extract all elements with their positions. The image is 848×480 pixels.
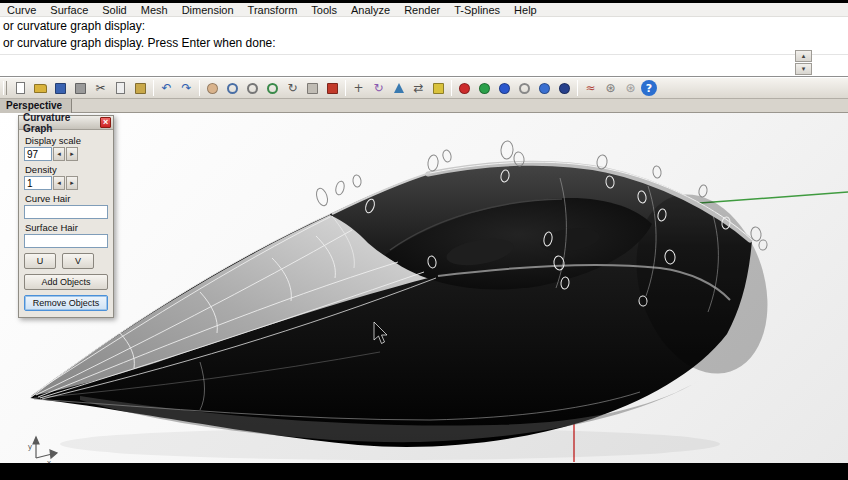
density-increment-icon[interactable]: ▸ <box>66 176 78 190</box>
toolbar-separator <box>577 80 578 96</box>
dialog-title: Curvature Graph <box>23 112 100 134</box>
command-scrollbar: ▴ ▾ <box>795 50 812 76</box>
viewport-title-strip: Perspective <box>0 99 848 113</box>
scroll-down-icon[interactable]: ▾ <box>795 63 812 75</box>
menu-bar: CurveSurfaceSolidMeshDimensionTransformT… <box>0 3 848 17</box>
curvature-graph-dialog: Curvature Graph × Display scale ◂ ▸ Dens… <box>18 115 114 318</box>
toolbar-grip[interactable] <box>3 81 7 95</box>
render-red-sphere-icon[interactable] <box>455 79 474 97</box>
named-views-icon[interactable] <box>303 79 322 97</box>
menu-item-curve[interactable]: Curve <box>0 3 43 17</box>
torus-icon[interactable] <box>515 79 534 97</box>
remove-objects-button[interactable]: Remove Objects <box>24 295 108 311</box>
globe-icon[interactable] <box>535 79 554 97</box>
close-icon[interactable]: × <box>100 117 111 128</box>
rotate-icon[interactable]: ↻ <box>369 79 388 97</box>
command-area[interactable]: or curvature graph display: or curvature… <box>0 17 848 77</box>
menu-item-solid[interactable]: Solid <box>95 3 133 17</box>
density-decrement-icon[interactable]: ◂ <box>53 176 65 190</box>
render-blue-sphere-icon[interactable] <box>495 79 514 97</box>
command-separator <box>0 54 848 55</box>
options-gear-icon[interactable]: ⊛ <box>601 79 620 97</box>
display-scale-input[interactable] <box>24 147 52 161</box>
dialog-titlebar[interactable]: Curvature Graph × <box>19 116 113 130</box>
mirror-icon[interactable]: ⇄ <box>409 79 428 97</box>
rotate-view-icon[interactable]: ↻ <box>283 79 302 97</box>
pan-view-icon[interactable] <box>203 79 222 97</box>
scroll-up-icon[interactable]: ▴ <box>795 50 812 62</box>
surface-hair-label: Surface Hair <box>25 222 108 233</box>
paste-icon[interactable] <box>131 79 150 97</box>
menu-item-surface[interactable]: Surface <box>43 3 95 17</box>
redo-icon[interactable]: ↷ <box>177 79 196 97</box>
menu-item-analyze[interactable]: Analyze <box>344 3 397 17</box>
cut-icon[interactable]: ✂ <box>91 79 110 97</box>
curvature-graph-icon[interactable]: ≈ <box>581 79 600 97</box>
menu-item-help[interactable]: Help <box>507 3 544 17</box>
command-history-line-2: or curvature graph display. Press Enter … <box>0 34 848 51</box>
toolbar-separator <box>153 80 154 96</box>
toolbar-separator <box>199 80 200 96</box>
density-label: Density <box>25 164 108 175</box>
scale-icon[interactable] <box>389 79 408 97</box>
menu-item-tools[interactable]: Tools <box>304 3 344 17</box>
v-button[interactable]: V <box>62 253 94 269</box>
zoom-dynamic-icon[interactable] <box>223 79 242 97</box>
move-icon[interactable]: + <box>349 79 368 97</box>
menu-item-mesh[interactable]: Mesh <box>134 3 175 17</box>
vehicle-display-icon[interactable] <box>323 79 342 97</box>
display-scale-label: Display scale <box>25 135 108 146</box>
render-green-sphere-icon[interactable] <box>475 79 494 97</box>
zoom-extents-icon[interactable] <box>263 79 282 97</box>
toolbar-separator <box>451 80 452 96</box>
new-file-icon[interactable] <box>11 79 30 97</box>
menu-item-render[interactable]: Render <box>397 3 447 17</box>
zoom-window-icon[interactable] <box>243 79 262 97</box>
curve-hair-label: Curve Hair <box>25 193 108 204</box>
display-scale-decrement-icon[interactable]: ◂ <box>53 147 65 161</box>
toolbar-separator <box>345 80 346 96</box>
main-toolbar: ✂↶↷↻+↻⇄≈⊛⊛? <box>0 77 848 99</box>
print-icon[interactable] <box>71 79 90 97</box>
surface-hair-input[interactable] <box>24 234 108 248</box>
cplane-axis-gizmo: y x <box>28 437 57 463</box>
gears-icon[interactable]: ⊛ <box>621 79 640 97</box>
curve-hair-input[interactable] <box>24 205 108 219</box>
density-input[interactable] <box>24 176 52 190</box>
menu-item-transform[interactable]: Transform <box>241 3 305 17</box>
u-button[interactable]: U <box>24 253 56 269</box>
undo-icon[interactable]: ↶ <box>157 79 176 97</box>
shaded-sphere-icon[interactable] <box>555 79 574 97</box>
add-objects-button[interactable]: Add Objects <box>24 274 108 290</box>
help-icon[interactable]: ? <box>641 80 657 96</box>
display-scale-increment-icon[interactable]: ▸ <box>66 147 78 161</box>
menu-item-t-splines[interactable]: T-Splines <box>447 3 507 17</box>
axis-y-label: y <box>28 442 32 451</box>
application-window: CurveSurfaceSolidMeshDimensionTransformT… <box>0 0 848 480</box>
lock-icon[interactable] <box>429 79 448 97</box>
boat-model[interactable] <box>30 162 789 447</box>
command-history-line-1: or curvature graph display: <box>0 17 848 34</box>
menu-item-dimension[interactable]: Dimension <box>175 3 241 17</box>
copy-icon[interactable] <box>111 79 130 97</box>
bottom-letterbox <box>0 463 848 480</box>
viewport-canvas[interactable]: y x <box>0 113 848 463</box>
open-file-icon[interactable] <box>31 79 50 97</box>
save-icon[interactable] <box>51 79 70 97</box>
